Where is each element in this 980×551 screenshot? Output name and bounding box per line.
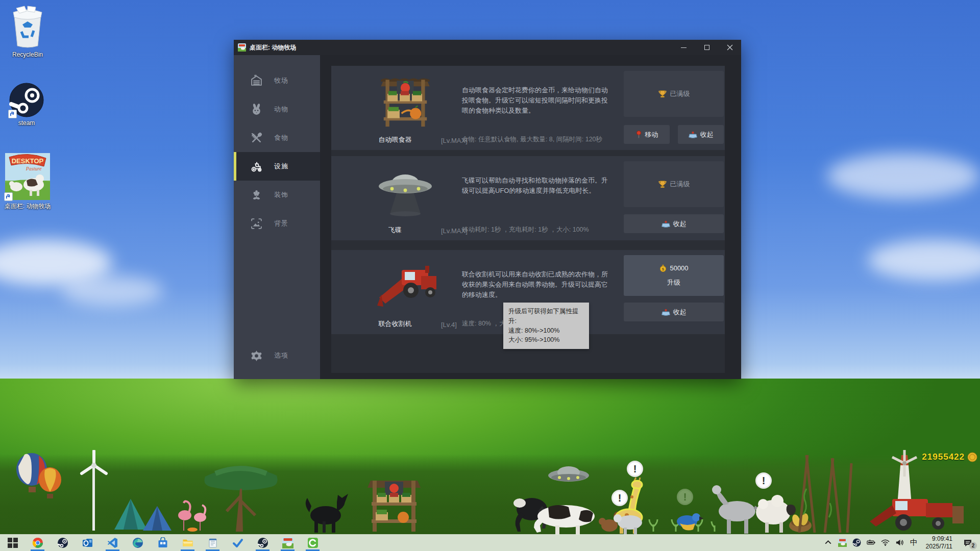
move-button[interactable]: 移动 [624,125,670,144]
taskbar: 中 9:09:41 2025/7/11 2 [0,534,980,551]
desktop-icon-label: steam [0,119,53,127]
taskbar-store[interactable] [150,534,175,551]
move-label: 移动 [645,130,658,139]
scene-cow[interactable] [528,501,604,535]
recycle-bin-icon [9,5,46,49]
taskbar-steam-2[interactable] [250,534,275,551]
alert-bubble[interactable]: ! [611,490,628,508]
tray-battery-icon[interactable] [865,534,878,551]
scene-produce-stand[interactable] [368,470,421,533]
system-tray: 中 9:09:41 2025/7/11 2 [822,534,980,551]
steam-icon [9,83,44,117]
taskbar-vscode[interactable] [100,534,125,551]
taskbar-check-app[interactable] [225,534,250,551]
facility-level: [Lv.4] [441,321,457,329]
collapse-label: 收起 [673,219,687,229]
titlebar[interactable]: 桌面栏: 动物牧场 [234,40,741,55]
tray-time: 9:09:41 [926,535,953,543]
svg-text:$: $ [662,267,665,271]
sidebar-item-options[interactable]: 选项 [234,341,320,370]
scene-wind-turbine[interactable] [76,450,112,533]
desktop-icon-label: RecycleBin [1,51,54,58]
facility-stats: 移动耗时: 1秒 ，充电耗时: 1秒 ，大小: 100% [462,226,618,234]
collapse-label: 收起 [700,130,714,139]
upgrade-tooltip: 升级后可获得如下属性提升: 速度: 80%->100% 大小: 95%->100… [503,303,589,349]
tray-pasture-app-icon[interactable] [836,534,849,551]
upgrade-label: 升级 [667,278,680,287]
tray-ime-indicator[interactable]: 中 [908,538,921,547]
windows-logo-icon [7,537,18,548]
minimize-button[interactable] [672,40,695,55]
taskbar-pasture-app[interactable] [275,534,300,551]
scene-parrot[interactable] [673,508,703,533]
upgrade-button[interactable]: $ 50000 升级 [624,255,724,296]
taskbar-notepad[interactable] [200,534,225,551]
taskbar-file-explorer[interactable] [175,534,200,551]
desktop-icon-steam[interactable]: steam [0,83,53,127]
camtasia-icon [307,537,318,548]
taskbar-camtasia[interactable] [300,534,325,551]
maximize-button[interactable] [695,40,718,55]
facility-description: 飞碟可以帮助自动寻找和拾取动物掉落的金币。升级可以提高UFO的移动速度并降低充电… [462,176,611,196]
gold-coin-icon [967,452,977,462]
collapse-button[interactable]: 收起 [624,303,724,321]
scene-ufo[interactable] [547,462,590,487]
tractor-icon [250,160,263,173]
scene-acacia-tree[interactable] [200,458,282,534]
auto-feeder-image [372,69,438,128]
sidebar-item-ranch[interactable]: 牧场 [234,66,320,95]
tray-wifi-icon[interactable] [879,534,892,551]
scene-hot-air-balloons[interactable] [13,453,64,507]
chrome-icon [32,537,43,548]
facility-stats: 食物: 任意默认食物, 最大数量: 8, 间隔时间: 120秒 [462,135,618,144]
tooltip-line-speed: 速度: 80%->100% [508,326,584,336]
utensils-icon [250,132,263,144]
sidebar: 牧场 动物 食物 [234,55,320,379]
alert-bubble-faded[interactable]: ! [677,489,693,507]
collapse-box-icon [662,309,670,316]
sidebar-item-animals[interactable]: 动物 [234,95,320,123]
collapse-button[interactable]: 收起 [624,214,724,233]
close-button[interactable] [718,40,741,55]
sidebar-item-facilities[interactable]: 设施 [234,152,320,181]
alert-bubble[interactable]: ! [627,461,643,479]
ufo-image [372,159,438,218]
edge-icon [132,537,143,548]
taskbar-steam[interactable] [50,534,75,551]
facility-name: 自动喂食器 [352,135,438,144]
close-icon [727,44,733,51]
sidebar-item-decorations[interactable]: 装饰 [234,181,320,209]
sidebar-item-food[interactable]: 食物 [234,123,320,152]
desktop-icon-recycle-bin[interactable]: RecycleBin [1,5,54,58]
notification-center-button[interactable]: 2 [958,534,978,551]
vscode-icon [107,537,118,548]
collapse-button[interactable]: 收起 [678,125,724,144]
taskbar-chrome[interactable] [25,534,50,551]
coin-counter-value: 21955422 [922,452,965,462]
svg-text:Pasture: Pasture [26,166,42,171]
cloud [61,276,163,306]
scene-bean-poles[interactable] [792,453,853,533]
shortcut-arrow-icon [8,110,17,118]
tray-volume-icon[interactable] [893,534,906,551]
trophy-icon [658,180,667,189]
tray-steam-icon[interactable] [850,534,864,551]
tray-clock[interactable]: 9:09:41 2025/7/11 [922,535,957,550]
scene-goat[interactable] [610,510,646,535]
taskbar-outlook[interactable] [75,534,100,551]
trophy-icon [658,89,667,98]
taskbar-edge[interactable] [125,534,150,551]
scene-tents[interactable] [113,491,172,533]
scene-harvester[interactable] [862,495,966,535]
pin-icon [635,131,642,138]
scene-dog[interactable] [301,489,352,534]
rabbit-icon [250,103,263,116]
minimize-icon [681,47,687,48]
sidebar-item-background[interactable]: 背景 [234,209,320,238]
tray-chevron-up-icon[interactable] [822,534,835,551]
background-icon [250,217,263,230]
sidebar-label: 动物 [274,105,288,114]
collapse-label: 收起 [673,308,687,317]
desktop-icon-pasture-app[interactable]: DESKTOP Pasture 桌面栏: 动物牧场 [1,153,54,211]
start-button[interactable] [0,534,25,551]
